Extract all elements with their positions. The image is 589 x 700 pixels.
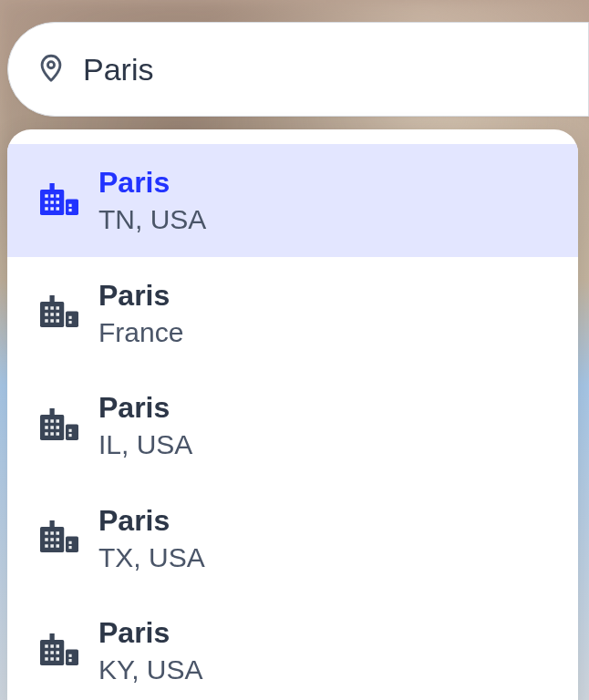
svg-rect-61	[45, 651, 48, 654]
svg-rect-3	[50, 194, 54, 198]
svg-rect-30	[45, 419, 48, 423]
svg-rect-4	[57, 194, 60, 198]
svg-rect-32	[57, 419, 60, 423]
svg-rect-42	[50, 408, 55, 417]
svg-rect-17	[50, 307, 54, 311]
city-icon	[40, 183, 78, 218]
svg-rect-16	[45, 307, 48, 311]
suggestion-text: Paris France	[98, 277, 183, 350]
svg-rect-58	[45, 644, 48, 648]
svg-rect-28	[50, 295, 55, 304]
location-pin-icon	[36, 52, 67, 87]
autocomplete-dropdown: Paris TN, USA Paris	[7, 129, 578, 700]
suggestion-item[interactable]: Paris IL, USA	[7, 369, 578, 482]
svg-rect-26	[69, 316, 72, 319]
svg-rect-44	[45, 532, 48, 536]
svg-rect-39	[66, 424, 78, 440]
svg-rect-65	[50, 657, 54, 661]
svg-rect-20	[50, 314, 54, 317]
svg-rect-27	[69, 321, 72, 324]
svg-rect-59	[50, 644, 54, 648]
city-icon	[40, 633, 78, 668]
svg-rect-35	[57, 426, 60, 429]
suggestion-text: Paris IL, USA	[98, 389, 192, 462]
svg-rect-49	[57, 539, 60, 542]
suggestion-item[interactable]: Paris KY, USA	[7, 594, 578, 700]
svg-rect-24	[57, 320, 60, 324]
svg-rect-55	[69, 546, 72, 549]
svg-rect-47	[45, 539, 48, 542]
svg-rect-22	[45, 320, 48, 324]
suggestion-name: Paris	[98, 164, 206, 201]
suggestion-name: Paris	[98, 277, 183, 314]
svg-rect-2	[45, 194, 48, 198]
svg-rect-9	[50, 207, 54, 211]
svg-rect-62	[50, 651, 54, 654]
svg-rect-38	[57, 432, 60, 436]
svg-rect-12	[69, 204, 72, 207]
svg-rect-14	[50, 183, 55, 191]
suggestion-sub: France	[98, 315, 183, 350]
svg-rect-5	[45, 201, 48, 204]
svg-rect-23	[50, 320, 54, 324]
svg-rect-10	[57, 207, 60, 211]
svg-rect-40	[69, 429, 72, 432]
suggestion-text: Paris TX, USA	[98, 502, 205, 575]
svg-rect-13	[69, 209, 72, 211]
svg-rect-50	[45, 545, 48, 549]
svg-rect-69	[69, 659, 72, 662]
suggestion-sub: TN, USA	[98, 202, 206, 237]
svg-rect-8	[45, 207, 48, 211]
suggestion-item[interactable]: Paris TN, USA	[7, 144, 578, 257]
svg-rect-19	[45, 314, 48, 317]
svg-rect-41	[69, 434, 72, 437]
svg-rect-63	[57, 651, 60, 654]
svg-rect-64	[45, 657, 48, 661]
svg-rect-34	[50, 426, 54, 429]
svg-rect-67	[66, 649, 78, 665]
svg-rect-45	[50, 532, 54, 536]
svg-rect-52	[57, 545, 60, 549]
svg-rect-68	[69, 654, 72, 657]
svg-rect-48	[50, 539, 54, 542]
svg-rect-31	[50, 419, 54, 423]
suggestion-item[interactable]: Paris TX, USA	[7, 482, 578, 595]
suggestion-sub: IL, USA	[98, 427, 192, 462]
svg-rect-53	[66, 537, 78, 553]
search-bar[interactable]	[7, 22, 589, 117]
suggestion-sub: KY, USA	[98, 653, 203, 687]
svg-rect-18	[57, 307, 60, 311]
svg-rect-33	[45, 426, 48, 429]
city-icon	[40, 408, 78, 443]
suggestion-text: Paris KY, USA	[98, 614, 203, 687]
svg-rect-11	[66, 199, 78, 215]
svg-rect-6	[50, 201, 54, 204]
svg-rect-37	[50, 432, 54, 436]
svg-point-0	[47, 62, 54, 68]
city-icon	[40, 520, 78, 555]
suggestion-name: Paris	[98, 614, 203, 651]
city-icon	[40, 295, 78, 330]
svg-rect-60	[57, 644, 60, 648]
svg-rect-66	[57, 657, 60, 661]
svg-rect-36	[45, 432, 48, 436]
suggestion-sub: TX, USA	[98, 540, 205, 575]
svg-rect-56	[50, 520, 55, 529]
svg-rect-46	[57, 532, 60, 536]
suggestion-item[interactable]: Paris France	[7, 257, 578, 370]
svg-rect-25	[66, 312, 78, 328]
suggestion-name: Paris	[98, 502, 205, 539]
suggestion-name: Paris	[98, 389, 192, 426]
suggestion-text: Paris TN, USA	[98, 164, 206, 237]
svg-rect-70	[50, 633, 55, 642]
svg-rect-51	[50, 545, 54, 549]
svg-rect-7	[57, 201, 60, 204]
svg-rect-54	[69, 541, 72, 544]
svg-rect-21	[57, 314, 60, 317]
search-input[interactable]	[83, 52, 588, 88]
